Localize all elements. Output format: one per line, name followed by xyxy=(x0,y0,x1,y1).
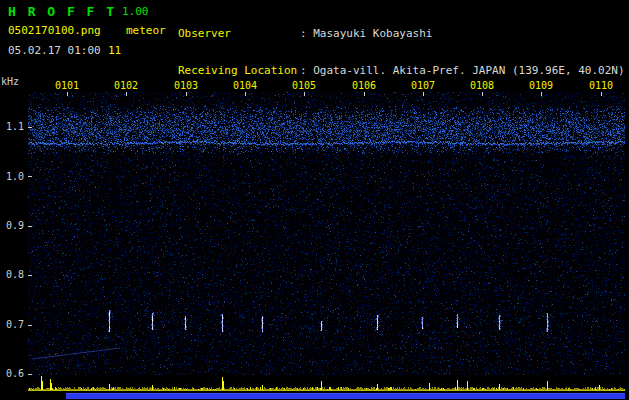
info-label: Observer xyxy=(178,28,300,41)
time-axis-label: 0109 xyxy=(529,80,553,91)
time-axis-label: 0110 xyxy=(589,80,613,91)
freq-axis-label: 1.1 xyxy=(6,121,24,132)
info-row-location: Receiving Location : Ogata-vill. Akita-P… xyxy=(178,65,625,78)
mode-label: meteor xyxy=(126,25,166,37)
time-axis-label: 0105 xyxy=(292,80,316,91)
time-axis-label: 0102 xyxy=(114,80,138,91)
khz-unit-label: kHz xyxy=(1,76,19,87)
info-label: Receiving Location xyxy=(178,65,300,78)
freq-axis-label: 0.8 xyxy=(6,269,24,280)
app-title: H R O F F T xyxy=(8,4,116,19)
signal-bar xyxy=(66,393,625,399)
freq-axis-label: 0.9 xyxy=(6,220,24,231)
spectrogram-canvas xyxy=(28,92,625,375)
time-axis-label: 0106 xyxy=(352,80,376,91)
hrofft-window: H R O F F T 1.00 0502170100.png meteor 0… xyxy=(0,0,629,400)
info-row-observer: Observer : Masayuki Kobayashi xyxy=(178,28,625,41)
filename-label: 0502170100.png xyxy=(8,25,101,37)
time-axis-label: 0103 xyxy=(174,80,198,91)
freq-axis-label: 1.0 xyxy=(6,171,24,182)
time-axis-label: 0108 xyxy=(470,80,494,91)
info-value: : Masayuki Kobayashi xyxy=(300,28,432,41)
amplitude-canvas xyxy=(28,376,625,392)
time-axis-label: 0107 xyxy=(411,80,435,91)
version-label: 1.00 xyxy=(122,6,149,18)
info-value: : Ogata-vill. Akita-Pref. JAPAN (139.96E… xyxy=(300,65,625,78)
time-axis-label: 0101 xyxy=(55,80,79,91)
datetime-label: 05.02.17 01:00 xyxy=(8,45,101,57)
freq-axis-label: 0.7 xyxy=(6,319,24,330)
time-axis-label: 0104 xyxy=(233,80,257,91)
echo-count: 11 xyxy=(108,45,121,57)
freq-axis-label: 0.6 xyxy=(6,368,24,379)
